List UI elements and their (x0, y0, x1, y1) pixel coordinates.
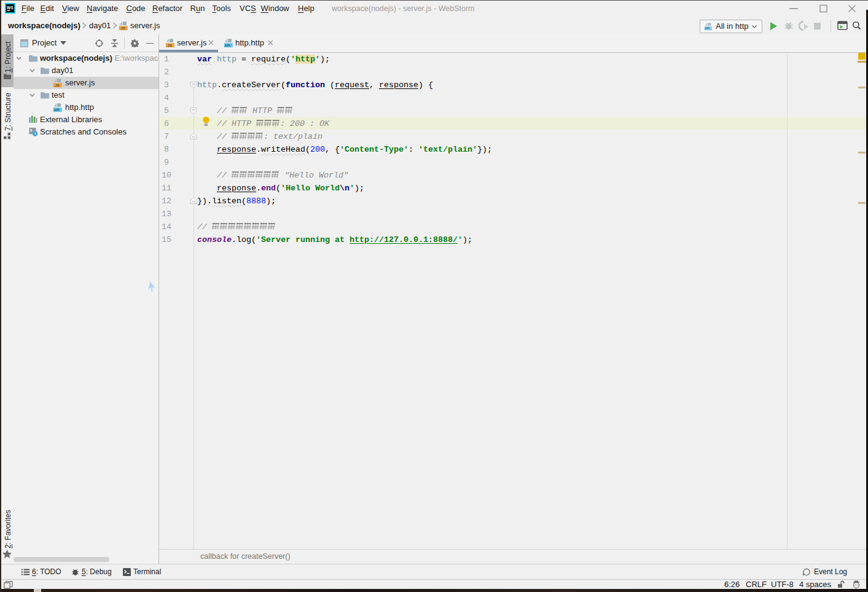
svg-text:API: API (54, 108, 60, 112)
svg-text:WS: WS (7, 6, 14, 10)
svg-text:API: API (225, 44, 230, 47)
svg-text:JS: JS (120, 26, 125, 30)
svg-text:API: API (705, 27, 710, 30)
svg-text:JS: JS (167, 43, 172, 47)
svg-text:JS: JS (55, 83, 60, 87)
